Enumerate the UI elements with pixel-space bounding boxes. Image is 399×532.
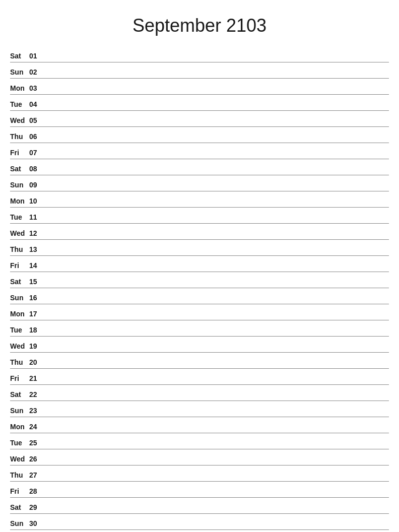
day-number: 26 bbox=[29, 455, 43, 463]
day-row: Wed26 bbox=[10, 449, 389, 466]
day-row: Mon17 bbox=[10, 304, 389, 320]
day-number: 20 bbox=[29, 358, 43, 366]
day-row: Tue25 bbox=[10, 433, 389, 449]
day-number: 11 bbox=[29, 213, 43, 221]
day-name: Fri bbox=[10, 149, 29, 157]
day-name: Tue bbox=[10, 213, 29, 221]
day-name: Mon bbox=[10, 423, 29, 431]
day-number: 01 bbox=[29, 52, 43, 60]
day-name: Sat bbox=[10, 278, 29, 286]
day-name: Mon bbox=[10, 310, 29, 318]
day-number: 18 bbox=[29, 326, 43, 334]
day-number: 13 bbox=[29, 245, 43, 253]
day-name: Thu bbox=[10, 471, 29, 479]
day-name: Tue bbox=[10, 326, 29, 334]
day-name: Wed bbox=[10, 116, 29, 124]
day-row: Fri21 bbox=[10, 369, 389, 385]
day-name: Wed bbox=[10, 229, 29, 237]
day-row: Thu20 bbox=[10, 353, 389, 369]
day-number: 21 bbox=[29, 374, 43, 382]
day-name: Mon bbox=[10, 84, 29, 92]
day-row: Tue18 bbox=[10, 320, 389, 337]
day-name: Wed bbox=[10, 455, 29, 463]
day-number: 04 bbox=[29, 100, 43, 108]
day-row: Mon24 bbox=[10, 417, 389, 433]
day-row: Wed12 bbox=[10, 224, 389, 240]
day-number: 09 bbox=[29, 181, 43, 189]
day-name: Fri bbox=[10, 261, 29, 270]
day-name: Sat bbox=[10, 503, 29, 511]
day-row: Sun02 bbox=[10, 62, 389, 79]
day-row: Fri28 bbox=[10, 482, 389, 498]
day-number: 17 bbox=[29, 310, 43, 318]
calendar-body: Sat01Sun02Mon03Tue04Wed05Thu06Fri07Sat08… bbox=[10, 46, 389, 530]
day-name: Sun bbox=[10, 407, 29, 415]
day-row: Sat29 bbox=[10, 498, 389, 514]
day-row: Fri07 bbox=[10, 143, 389, 159]
day-name: Sat bbox=[10, 165, 29, 173]
day-row: Tue04 bbox=[10, 95, 389, 111]
day-number: 16 bbox=[29, 294, 43, 302]
day-number: 14 bbox=[29, 261, 43, 270]
day-number: 30 bbox=[29, 519, 43, 527]
day-row: Mon10 bbox=[10, 191, 389, 208]
day-row: Tue11 bbox=[10, 208, 389, 224]
day-name: Tue bbox=[10, 100, 29, 108]
day-number: 29 bbox=[29, 503, 43, 511]
day-row: Fri14 bbox=[10, 256, 389, 272]
day-number: 06 bbox=[29, 132, 43, 141]
day-row: Sat08 bbox=[10, 159, 389, 175]
day-name: Sun bbox=[10, 294, 29, 302]
day-number: 12 bbox=[29, 229, 43, 237]
day-row: Wed05 bbox=[10, 111, 389, 127]
day-row: Mon03 bbox=[10, 79, 389, 95]
day-row: Sat15 bbox=[10, 272, 389, 288]
calendar-title: September 2103 bbox=[10, 10, 389, 36]
day-number: 05 bbox=[29, 116, 43, 124]
day-row: Wed19 bbox=[10, 337, 389, 353]
day-number: 07 bbox=[29, 149, 43, 157]
day-name: Sat bbox=[10, 52, 29, 60]
day-number: 25 bbox=[29, 439, 43, 447]
day-name: Sun bbox=[10, 68, 29, 76]
day-number: 23 bbox=[29, 407, 43, 415]
day-row: Sun23 bbox=[10, 401, 389, 417]
day-number: 10 bbox=[29, 197, 43, 205]
day-number: 22 bbox=[29, 390, 43, 398]
day-row: Sat01 bbox=[10, 46, 389, 62]
day-name: Sat bbox=[10, 390, 29, 398]
day-row: Thu27 bbox=[10, 466, 389, 482]
day-row: Sun09 bbox=[10, 175, 389, 191]
day-row: Sat22 bbox=[10, 385, 389, 401]
day-number: 03 bbox=[29, 84, 43, 92]
day-name: Thu bbox=[10, 358, 29, 366]
day-name: Fri bbox=[10, 487, 29, 495]
day-name: Mon bbox=[10, 197, 29, 205]
day-row: Thu13 bbox=[10, 240, 389, 256]
day-row: Thu06 bbox=[10, 127, 389, 143]
day-name: Thu bbox=[10, 245, 29, 253]
day-number: 27 bbox=[29, 471, 43, 479]
day-number: 28 bbox=[29, 487, 43, 495]
day-number: 19 bbox=[29, 342, 43, 350]
day-name: Sun bbox=[10, 519, 29, 527]
calendar-page: September 2103 Sat01Sun02Mon03Tue04Wed05… bbox=[0, 0, 399, 532]
day-number: 24 bbox=[29, 423, 43, 431]
day-name: Thu bbox=[10, 132, 29, 141]
day-name: Tue bbox=[10, 439, 29, 447]
day-row: Sun30 bbox=[10, 514, 389, 530]
day-number: 15 bbox=[29, 278, 43, 286]
day-name: Wed bbox=[10, 342, 29, 350]
day-name: Fri bbox=[10, 374, 29, 382]
day-number: 02 bbox=[29, 68, 43, 76]
day-name: Sun bbox=[10, 181, 29, 189]
day-row: Sun16 bbox=[10, 288, 389, 304]
day-number: 08 bbox=[29, 165, 43, 173]
